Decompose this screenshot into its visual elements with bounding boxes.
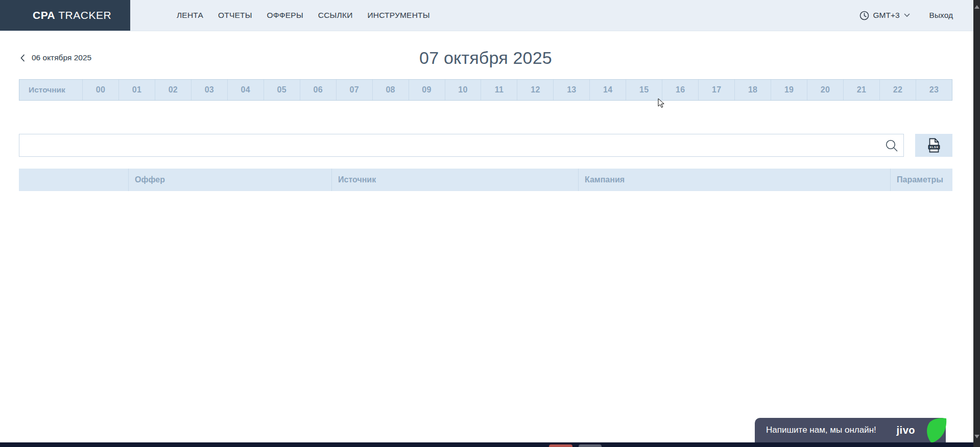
main-nav: ЛЕНТАОТЧЕТЫОФФЕРЫССЫЛКИИНСТРУМЕНТЫ bbox=[177, 0, 430, 31]
header-right-group: GMT+3 Выход bbox=[859, 0, 980, 31]
toolbar: XLSX bbox=[19, 134, 952, 157]
top-navigation-bar: CPA TRACKER ЛЕНТАОТЧЕТЫОФФЕРЫССЫЛКИИНСТР… bbox=[0, 0, 980, 31]
clock-icon bbox=[859, 11, 869, 20]
jivo-chat-widget[interactable]: Напишите нам, мы онлайн! jivo bbox=[755, 418, 946, 442]
nav-item[interactable]: ЛЕНТА bbox=[177, 11, 203, 20]
hour-column-header: 17 bbox=[698, 80, 734, 100]
page-title: 07 октября 2025 bbox=[19, 44, 952, 71]
hour-column-header: 12 bbox=[517, 80, 553, 100]
vertical-scrollbar[interactable] bbox=[973, 0, 980, 447]
hour-column-header: 16 bbox=[662, 80, 698, 100]
page-content: 06 октября 2025 07 октября 2025 Источник… bbox=[19, 44, 952, 191]
hour-column-header: 00 bbox=[82, 80, 118, 100]
app-logo[interactable]: CPA TRACKER bbox=[0, 0, 130, 31]
search-input[interactable] bbox=[19, 134, 904, 157]
logo-primary-text: CPA bbox=[33, 9, 55, 21]
hour-column-header: 06 bbox=[300, 80, 336, 100]
hour-column-header: 07 bbox=[336, 80, 372, 100]
nav-item[interactable]: ССЫЛКИ bbox=[318, 11, 353, 20]
hour-column-header: 04 bbox=[227, 80, 264, 100]
hour-column-header: 09 bbox=[409, 80, 445, 100]
column-header: Оффер bbox=[128, 169, 331, 191]
logo-secondary-text: TRACKER bbox=[58, 9, 111, 21]
chevron-left-icon bbox=[20, 54, 25, 62]
previous-day-label: 06 октября 2025 bbox=[32, 53, 91, 62]
hour-column-header: 11 bbox=[481, 80, 517, 100]
hour-column-header: 08 bbox=[372, 80, 409, 100]
bottom-page-strip bbox=[0, 442, 980, 447]
scroll-up-arrow[interactable] bbox=[973, 1, 980, 12]
logout-button[interactable]: Выход bbox=[929, 11, 953, 20]
chat-message: Напишите нам, мы онлайн! bbox=[766, 425, 876, 435]
hours-header-row: Источник 0001020304050607080910111213141… bbox=[19, 79, 952, 101]
scroll-down-arrow[interactable] bbox=[973, 431, 980, 442]
jivo-leaf-icon bbox=[925, 418, 947, 443]
bottom-bar-red-button[interactable] bbox=[549, 444, 572, 447]
export-xlsx-button[interactable]: XLSX bbox=[915, 134, 952, 157]
column-header: Источник bbox=[331, 169, 578, 191]
jivo-logo: jivo bbox=[897, 425, 915, 436]
column-header: Кампания bbox=[578, 169, 890, 191]
search-icon bbox=[885, 138, 899, 153]
triangle-down-icon bbox=[974, 435, 979, 438]
column-header: Параметры bbox=[890, 169, 952, 191]
hour-column-header: 20 bbox=[807, 80, 843, 100]
source-column-header: Источник bbox=[19, 80, 82, 100]
hour-column-header: 19 bbox=[771, 80, 807, 100]
svg-text:XLSX: XLSX bbox=[929, 145, 939, 149]
results-table-header: ОфферИсточникКампанияПараметры bbox=[19, 169, 952, 191]
hour-column-header: 01 bbox=[118, 80, 155, 100]
xlsx-file-icon: XLSX bbox=[928, 138, 940, 153]
hour-column-header: 10 bbox=[445, 80, 481, 100]
previous-day-link[interactable]: 06 октября 2025 bbox=[20, 53, 91, 62]
hour-column-header: 23 bbox=[916, 80, 952, 100]
hour-column-header: 21 bbox=[843, 80, 879, 100]
hour-column-header: 18 bbox=[734, 80, 771, 100]
hour-column-header: 15 bbox=[626, 80, 662, 100]
bottom-bar-grey-button[interactable] bbox=[579, 444, 602, 447]
nav-item[interactable]: ОФФЕРЫ bbox=[267, 11, 303, 20]
triangle-up-icon bbox=[974, 5, 979, 9]
column-header bbox=[19, 169, 128, 191]
hour-column-header: 03 bbox=[191, 80, 227, 100]
hour-column-header: 02 bbox=[155, 80, 191, 100]
nav-item[interactable]: ИНСТРУМЕНТЫ bbox=[367, 11, 429, 20]
timezone-label: GMT+3 bbox=[873, 11, 900, 20]
timezone-dropdown[interactable]: GMT+3 bbox=[859, 11, 910, 20]
hour-column-header: 14 bbox=[589, 80, 626, 100]
search-field-wrapper bbox=[19, 134, 904, 157]
chevron-down-icon bbox=[904, 13, 910, 17]
hour-column-header: 13 bbox=[553, 80, 589, 100]
hour-column-header: 22 bbox=[879, 80, 916, 100]
date-navigation: 06 октября 2025 07 октября 2025 bbox=[19, 44, 952, 71]
nav-item[interactable]: ОТЧЕТЫ bbox=[218, 11, 252, 20]
hour-column-header: 05 bbox=[264, 80, 300, 100]
